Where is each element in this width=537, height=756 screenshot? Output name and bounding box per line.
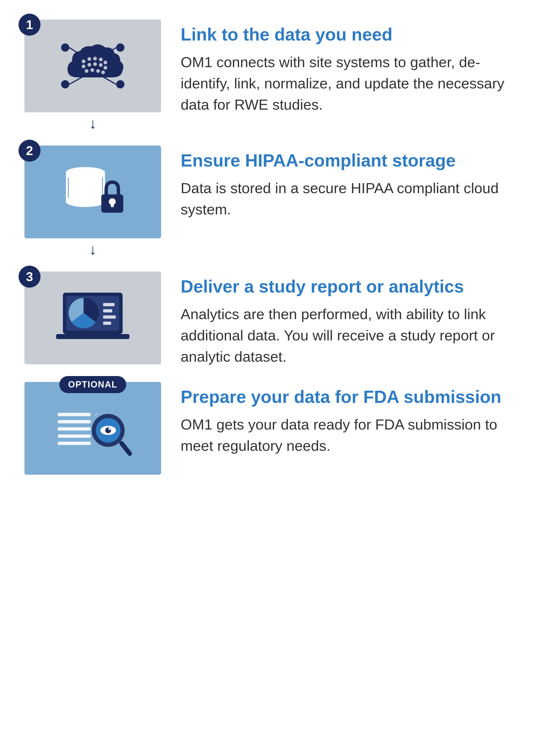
svg-point-12: [103, 61, 107, 64]
svg-point-11: [99, 58, 103, 61]
cloud-network-icon: [54, 32, 132, 100]
step-1-description: OM1 connects with site systems to gather…: [181, 52, 513, 115]
svg-point-13: [82, 64, 85, 68]
analytics-laptop-icon: [54, 284, 132, 352]
step-optional-description: OM1 gets your data ready for FDA submiss…: [181, 414, 513, 456]
step-1-left: 1: [24, 20, 161, 131]
step-1-row: 1: [24, 20, 513, 131]
svg-point-8: [82, 60, 85, 63]
step-optional-row: OPTIONAL ✓ ✓ ✓: [24, 382, 513, 475]
database-lock-icon: [54, 158, 132, 226]
step-1-title: Link to the data you need: [181, 24, 513, 45]
step-optional-title: Prepare your data for FDA submission: [181, 387, 513, 407]
step-optional-left: OPTIONAL ✓ ✓ ✓: [24, 382, 161, 475]
svg-point-2: [61, 80, 69, 88]
svg-rect-44: [58, 420, 91, 423]
svg-point-9: [87, 57, 91, 61]
svg-point-1: [116, 43, 124, 52]
step-3-icon-box: 3: [24, 272, 161, 364]
step-2-description: Data is stored in a secure HIPAA complia…: [181, 178, 513, 220]
svg-point-17: [103, 66, 107, 69]
step-3-description: Analytics are then performed, with abili…: [181, 304, 513, 367]
svg-point-18: [85, 69, 88, 73]
step-3-title: Deliver a study report or analytics: [181, 276, 513, 297]
step-2-icon-box: 2: [24, 146, 161, 238]
svg-rect-48: [58, 435, 91, 438]
svg-point-28: [66, 196, 105, 207]
svg-point-10: [93, 57, 97, 60]
fda-submission-icon: ✓ ✓ ✓: [54, 394, 132, 462]
step-3-left: 3: [24, 272, 161, 364]
svg-line-6: [69, 76, 83, 84]
svg-point-3: [116, 80, 124, 88]
svg-point-15: [93, 62, 97, 66]
step-3-row: 3: [24, 272, 513, 367]
svg-rect-42: [58, 413, 91, 416]
svg-point-0: [61, 43, 69, 52]
svg-point-54: [108, 428, 110, 430]
step-3-right: Deliver a study report or analytics Anal…: [181, 272, 513, 367]
step-1-number: 1: [19, 14, 41, 36]
svg-point-20: [96, 69, 100, 73]
svg-point-53: [105, 427, 111, 433]
step-optional-icon-box: OPTIONAL ✓ ✓ ✓: [24, 382, 161, 475]
svg-rect-49: [58, 442, 91, 445]
svg-rect-46: [58, 427, 91, 431]
step-2-title: Ensure HIPAA-compliant storage: [181, 150, 513, 171]
svg-rect-39: [103, 309, 112, 312]
step-2-arrow: ↓: [89, 242, 97, 257]
step-1-arrow: ↓: [89, 116, 97, 131]
step-2-right: Ensure HIPAA-compliant storage Data is s…: [181, 146, 513, 220]
svg-rect-38: [103, 303, 114, 306]
step-optional-right: Prepare your data for FDA submission OM1…: [181, 382, 513, 456]
svg-rect-36: [56, 334, 129, 339]
svg-rect-41: [103, 321, 111, 325]
svg-line-7: [102, 76, 116, 84]
svg-line-55: [122, 443, 130, 453]
steps-container: 1: [24, 20, 513, 489]
step-2-row: 2: [24, 146, 513, 257]
svg-point-16: [99, 63, 103, 67]
svg-rect-33: [111, 202, 114, 207]
svg-rect-40: [103, 315, 116, 319]
step-2-number: 2: [19, 140, 41, 162]
svg-point-19: [91, 68, 94, 72]
step-2-left: 2: [24, 146, 161, 257]
svg-text:✓: ✓: [95, 412, 98, 417]
svg-point-14: [87, 63, 91, 67]
step-1-icon-box: 1: [24, 20, 161, 112]
step-1-right: Link to the data you need OM1 connects w…: [181, 20, 513, 115]
optional-badge: OPTIONAL: [59, 376, 126, 393]
step-3-number: 3: [19, 266, 41, 288]
svg-point-21: [101, 70, 105, 74]
